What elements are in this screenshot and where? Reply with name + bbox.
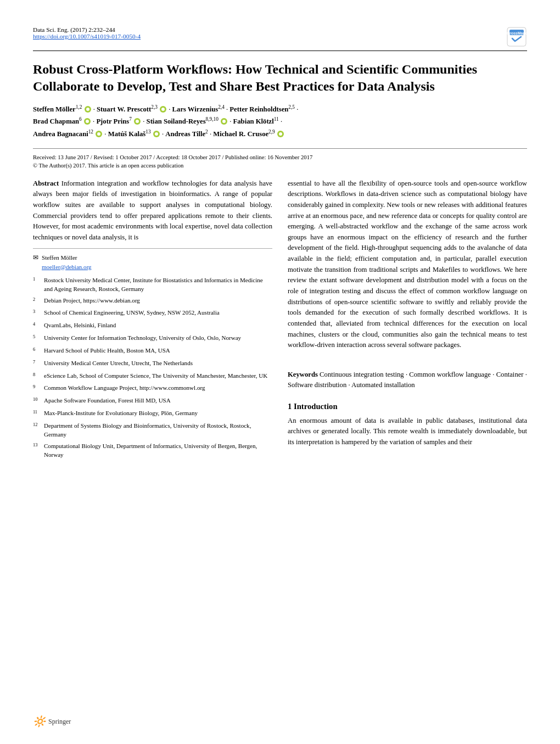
affiliation-num: 7	[33, 359, 42, 368]
affiliation-text: Common Workflow Language Project, http:/…	[44, 383, 272, 393]
abstract-left: Abstract Information integration and wor…	[33, 178, 272, 243]
affiliation-row: 3School of Chemical Engineering, UNSW, S…	[33, 308, 272, 318]
affiliation-row: 11Max-Planck-Institute for Evolutionary …	[33, 409, 272, 418]
affiliation-num: 10	[33, 396, 42, 406]
affiliation-text: Computational Biology Unit, Department o…	[44, 441, 272, 459]
orcid-crusoe	[277, 131, 284, 137]
intro-section: 1 Introduction An enormous amount of dat…	[288, 402, 527, 448]
affiliation-num: 11	[33, 409, 42, 418]
affiliation-row: 13Computational Biology Unit, Department…	[33, 441, 272, 459]
journal-line2[interactable]: https://doi.org/10.1007/s41019-017-0050-…	[33, 33, 141, 40]
left-column: Abstract Information integration and wor…	[33, 178, 272, 462]
affiliation-num: 4	[33, 321, 42, 331]
affiliations-list: 1Rostock University Medical Center, Inst…	[33, 276, 272, 459]
abstract-right: essential to have all the flexibility of…	[288, 178, 527, 351]
affiliation-row: 12Department of Systems Biology and Bioi…	[33, 421, 272, 439]
abstract-text-right: essential to have all the flexibility of…	[288, 180, 527, 349]
received-line: Received: 13 June 2017 / Revised: 1 Octo…	[33, 154, 527, 160]
authors-block: Steffen Möller1,2 · Stuart W. Prescott2,…	[33, 103, 527, 140]
abstract-text-left: Information integration and workflow tec…	[33, 180, 272, 241]
email-block: ✉ Steffen Möller moeller@debian.org	[33, 253, 272, 271]
page: Data Sci. Eng. (2017) 2:232–244 https://…	[0, 0, 560, 744]
journal-line1: Data Sci. Eng. (2017) 2:232–244	[33, 26, 141, 33]
affiliation-text: University Center for Information Techno…	[44, 333, 272, 343]
orcid-kalas	[153, 131, 160, 137]
affiliation-num: 8	[33, 372, 42, 381]
orcid-prescott	[160, 106, 166, 113]
journal-info: Data Sci. Eng. (2017) 2:232–244 https://…	[33, 26, 141, 40]
orcid-soiland	[221, 118, 227, 125]
affiliation-num: 2	[33, 297, 42, 306]
springer-label: Springer	[48, 718, 71, 726]
affiliation-text: School of Chemical Engineering, UNSW, Sy…	[44, 308, 272, 318]
author-bagnacani: Andrea Bagnacani12	[33, 130, 93, 138]
affiliation-text: University Medical Center Utrecht, Utrec…	[44, 359, 272, 368]
affiliation-num: 3	[33, 309, 42, 318]
springer-footer: 🔆 Springer	[33, 715, 71, 728]
orcid-bagnacani	[96, 131, 102, 137]
title-section: Robust Cross-Platform Workflows: How Tec…	[33, 61, 527, 169]
affiliation-num: 1	[33, 276, 42, 293]
affiliation-row: 2Debian Project, https://www.debian.org	[33, 296, 272, 306]
affiliation-num: 5	[33, 334, 42, 343]
author-email-address[interactable]: moeller@debian.org	[42, 262, 92, 271]
affiliation-text: Department of Systems Biology and Bioinf…	[44, 421, 272, 439]
affiliation-row: 7University Medical Center Utrecht, Utre…	[33, 359, 272, 368]
email-info: Steffen Möller moeller@debian.org	[42, 253, 92, 271]
author-chapman: Brad Chapman6	[33, 118, 82, 125]
email-icon: ✉	[33, 253, 38, 262]
springer-symbol: 🔆	[33, 715, 46, 728]
intro-text: An enormous amount of data is available …	[288, 416, 527, 448]
open-access-line: © The Author(s) 2017. This article is an…	[33, 163, 527, 169]
affiliation-row: 6Harvard School of Public Health, Boston…	[33, 346, 272, 356]
affiliation-num: 9	[33, 384, 42, 393]
two-column-layout: Abstract Information integration and wor…	[33, 178, 527, 462]
author-moller: Steffen Möller1,2	[33, 105, 82, 113]
affiliation-row: 5University Center for Information Techn…	[33, 333, 272, 343]
divider-dates	[33, 148, 527, 149]
affiliation-row: 1Rostock University Medical Center, Inst…	[33, 276, 272, 293]
right-column: essential to have all the flexibility of…	[288, 178, 527, 462]
affiliation-text: Debian Project, https://www.debian.org	[44, 296, 272, 306]
affiliation-row: 8eScience Lab, School of Computer Scienc…	[33, 371, 272, 381]
affiliation-num: 12	[33, 422, 42, 439]
keywords-section: Keywords Continuous integration testing …	[288, 359, 527, 391]
affiliation-text: Apache Software Foundation, Forest Hill …	[44, 396, 272, 406]
author-email-name: Steffen Möller	[42, 253, 92, 262]
orcid-prins	[134, 118, 141, 125]
affiliation-text: eScience Lab, School of Computer Science…	[44, 371, 272, 381]
affiliation-num: 6	[33, 346, 42, 356]
affiliation-row: 9Common Workflow Language Project, http:…	[33, 383, 272, 393]
orcid-chapman	[84, 118, 91, 125]
orcid-moller	[85, 106, 91, 113]
abstract-label: Abstract	[33, 180, 59, 187]
affiliation-text: Max-Planck-Institute for Evolutionary Bi…	[44, 409, 272, 418]
affiliation-text: QvarnLabs, Helsinki, Finland	[44, 321, 272, 331]
intro-heading: 1 Introduction	[288, 402, 527, 411]
crossmark-logo: CrossMark	[506, 26, 527, 47]
affiliation-row: 4QvarnLabs, Helsinki, Finland	[33, 321, 272, 331]
keywords-text: Continuous integration testing · Common …	[288, 371, 527, 389]
svg-text:CrossMark: CrossMark	[507, 31, 527, 35]
affiliation-text: Rostock University Medical Center, Insti…	[44, 276, 272, 293]
affiliation-text: Harvard School of Public Health, Boston …	[44, 346, 272, 356]
affiliations-block: ✉ Steffen Möller moeller@debian.org 1Ros…	[33, 248, 272, 459]
keywords-label: Keywords	[288, 371, 318, 378]
paper-title: Robust Cross-Platform Workflows: How Tec…	[33, 61, 527, 95]
affiliation-row: 10Apache Software Foundation, Forest Hil…	[33, 396, 272, 406]
header-bar: Data Sci. Eng. (2017) 2:232–244 https://…	[33, 26, 527, 51]
affiliation-num: 13	[33, 442, 42, 459]
